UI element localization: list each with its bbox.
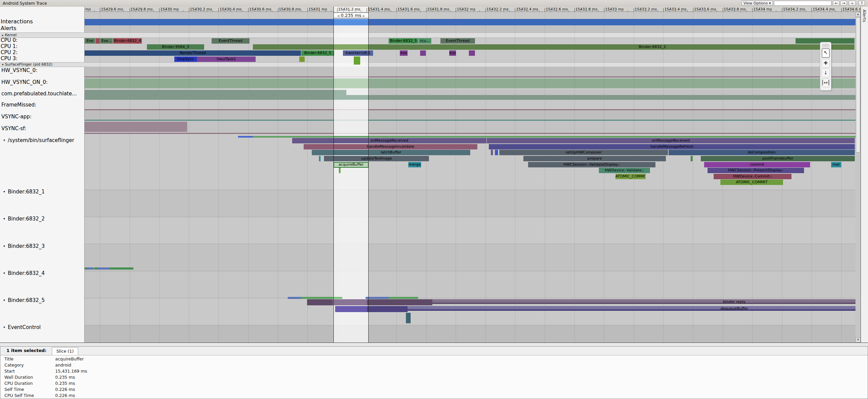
sidebar-label--system-bin-surfaceflinger[interactable]: ▾/system/bin/surfaceflinger (3, 137, 74, 143)
selection-line-right[interactable] (368, 7, 369, 343)
trace-slice-unlabeled[interactable] (339, 168, 341, 173)
trace-slice[interactable]: Eve... (100, 38, 113, 44)
trace-slice[interactable]: updateTexImage (324, 156, 429, 161)
trace-slice-unlabeled[interactable] (368, 44, 854, 50)
trace-slice-unlabeled[interactable] (94, 267, 98, 269)
palette-drag-handle[interactable] (822, 44, 829, 47)
trace-slice-unlabeled[interactable] (346, 95, 368, 100)
trace-slice[interactable]: HWCSession::ValidateDisplay:: (528, 162, 655, 167)
trace-slice-unlabeled[interactable] (85, 90, 333, 100)
trace-slice[interactable]: hwuiTask1 (197, 56, 256, 62)
trace-slice-unlabeled[interactable] (98, 267, 110, 269)
trace-slice[interactable]: prepare (523, 156, 666, 161)
trace-slice[interactable]: EventThread (212, 38, 249, 44)
trace-slice-unlabeled[interactable] (85, 122, 187, 132)
trace-slice-unlabeled[interactable] (389, 297, 418, 299)
trace-slice[interactable]: postFramebuffer (701, 156, 855, 161)
sidebar-label-binder-6832-4[interactable]: ▾Binder:6832_4 (3, 270, 45, 276)
trace-slice[interactable]: setUpHWComposer (499, 150, 668, 155)
trace-slice[interactable]: Binder:6832_4 (113, 38, 142, 44)
trace-slice-unlabeled[interactable] (367, 299, 432, 305)
trace-slice-unlabeled[interactable] (87, 267, 94, 269)
trace-slice-unlabeled[interactable] (333, 19, 368, 25)
trace-slice[interactable]: commit (704, 162, 810, 167)
selection-line-left[interactable] (333, 7, 334, 343)
trace-slice[interactable]: onMessageReceived (487, 138, 855, 143)
trace-slice[interactable]: ATOMIC_COMMIT (720, 180, 783, 185)
tab-slice[interactable]: Slice (1) (52, 347, 78, 355)
selection-duration-marker[interactable]: ◄ 0.235 ms ► (333, 13, 369, 18)
trace-slice[interactable]: handleMessageInvalidate (304, 144, 477, 149)
trace-slice-unlabeled[interactable] (301, 297, 333, 299)
trace-slice-unlabeled[interactable] (253, 44, 333, 50)
trace-slice-unlabeled[interactable] (408, 306, 856, 311)
trace-slice[interactable]: onMessageReceived (292, 138, 486, 143)
trace-slice[interactable]: latchBuffer (312, 150, 470, 155)
scroll-down-button[interactable]: ▼ (855, 337, 861, 343)
pan-tool-button[interactable]: ✚ (822, 59, 830, 68)
trace-slice-unlabeled[interactable] (432, 299, 856, 304)
trace-slice-unlabeled[interactable] (691, 156, 693, 161)
trace-slice-unlabeled[interactable] (366, 297, 389, 299)
slice-floating-label: Binder:6832_2 (639, 45, 666, 49)
trace-slice-unlabeled[interactable] (367, 306, 408, 312)
trace-slice[interactable]: Binder:9564_3 (147, 44, 204, 50)
trace-slice[interactable]: DispSync (174, 56, 197, 62)
trace-slice-unlabeled[interactable] (333, 299, 367, 305)
trace-slice-unlabeled[interactable] (85, 19, 861, 25)
trace-slice[interactable]: kso (400, 50, 408, 56)
alerts-side-panel[interactable]: Alerts (861, 7, 868, 343)
scrollbar-thumb[interactable] (856, 17, 860, 152)
trace-slice[interactable]: HWCSession::PresentDisplay:: (708, 168, 804, 173)
trace-slice[interactable]: Binder:6832_5 (301, 50, 334, 56)
trace-slice[interactable]: rcu... (418, 38, 431, 44)
trace-slice-unlabeled[interactable] (420, 50, 426, 56)
vertical-scrollbar[interactable]: ▲ ▼ (855, 12, 861, 343)
trace-slice-unlabeled[interactable] (288, 297, 301, 299)
trace-slice-unlabeled[interactable] (406, 313, 411, 323)
trace-slice-unlabeled[interactable] (333, 44, 368, 50)
trace-slice-unlabeled[interactable] (238, 136, 253, 138)
scroll-up-button[interactable]: ▲ (855, 12, 861, 17)
sidebar-header-surfaceflinger-pid-6832-[interactable]: ▾SurfaceFlinger (pid 6832) (2, 62, 52, 67)
sidebar-label-binder-6832-3[interactable]: ▾Binder:6832_3 (3, 243, 45, 249)
trace-slice[interactable]: HWDevice::Validate:: (599, 168, 650, 173)
sidebar-label-binder-6832-5[interactable]: ▾Binder:6832_5 (3, 297, 45, 303)
trace-slice-unlabeled[interactable] (335, 306, 367, 312)
trace-slice[interactable]: EventThread (440, 38, 475, 44)
trace-slice-unlabeled[interactable] (319, 156, 321, 161)
trace-slice-unlabeled[interactable] (110, 267, 133, 269)
timing-tool-button[interactable]: ↔ (822, 78, 830, 87)
select-tool-button[interactable]: ↖ (822, 48, 830, 58)
trace-slice-unlabeled[interactable] (253, 136, 861, 138)
trace-slice-unlabeled[interactable] (333, 90, 346, 100)
trace-slice-unlabeled[interactable] (299, 56, 305, 62)
trace-slice[interactable]: mer (831, 162, 841, 167)
sidebar-label-binder-6832-1[interactable]: ▾Binder:6832_1 (3, 189, 45, 195)
trace-slice-unlabeled[interactable] (333, 78, 368, 88)
trace-slice[interactable]: Eve (85, 38, 95, 44)
trace-slice-unlabeled[interactable] (368, 95, 861, 100)
sidebar-label-binder-6832-2[interactable]: ▾Binder:6832_2 (3, 216, 45, 222)
trace-slice-unlabeled[interactable] (307, 299, 333, 305)
trace-slice-unlabeled[interactable] (333, 297, 342, 299)
trace-slice-unlabeled[interactable] (491, 150, 493, 155)
trace-slice[interactable]: Binder:6832_5 (389, 38, 418, 44)
timeline-area[interactable]: ms15429.6 ms15429.8 ms15430 ms15430.2 ms… (85, 0, 861, 343)
trace-slice-unlabeled[interactable] (354, 56, 360, 65)
zoom-tool-button[interactable]: ↓ (822, 69, 830, 77)
sidebar-label-eventcontrol[interactable]: ▾EventControl (3, 324, 41, 330)
trace-slice-unlabeled[interactable] (495, 150, 498, 155)
trace-slice[interactable]: doComposition (669, 150, 855, 155)
trace-slice[interactable]: HWDevice::Commit:: (714, 174, 791, 179)
trace-slice[interactable]: acquireBuffer (333, 162, 369, 168)
sidebar-header-kernel[interactable]: ▸Kernel (2, 33, 17, 37)
trace-slice[interactable]: RenderThread (85, 50, 301, 56)
trace-slice[interactable]: handleMessageRefresh (489, 144, 855, 149)
trace-slice[interactable]: merge (408, 162, 421, 167)
expander-triangle-icon: ▾ (3, 271, 5, 275)
trace-slice[interactable]: ATOMIC_COMMIT (615, 174, 646, 179)
trace-slice[interactable]: kso (449, 50, 456, 56)
trace-slice-unlabeled[interactable] (95, 38, 100, 44)
trace-slice-unlabeled[interactable] (469, 50, 475, 56)
